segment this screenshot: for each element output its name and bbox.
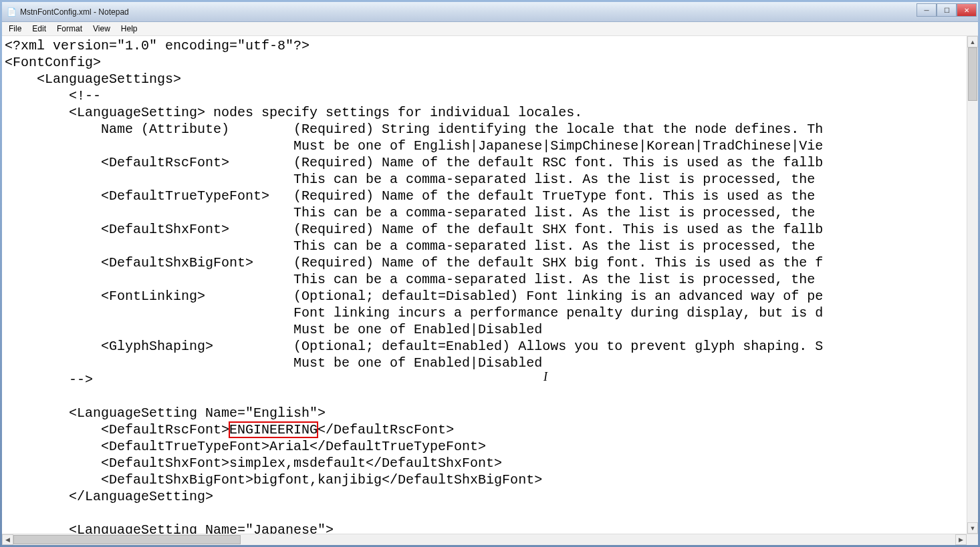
scroll-corner (967, 534, 978, 545)
minimize-button[interactable]: ─ (916, 3, 937, 17)
code-line-part: <DefaultRscFont> (5, 422, 229, 437)
scroll-right-button[interactable]: ▶ (955, 534, 967, 545)
code-line: <FontLinking> (Optional; default=Disable… (5, 289, 823, 304)
code-line: Must be one of Enabled|Disabled (5, 322, 542, 337)
text-editor[interactable]: <?xml version="1.0" encoding="utf-8"?> <… (2, 36, 967, 534)
code-line: </LanguageSetting> (5, 489, 213, 504)
code-line: This can be a comma-separated list. As t… (5, 205, 823, 220)
code-line: <LanguageSetting> nodes specify settings… (5, 105, 582, 120)
notepad-icon: 📄 (6, 7, 17, 17)
close-button[interactable]: ✕ (957, 3, 977, 17)
content-area: <?xml version="1.0" encoding="utf-8"?> <… (2, 36, 978, 534)
code-line: <DefaultShxBigFont>bigfont,kanjibig</Def… (5, 472, 542, 488)
menu-format[interactable]: Format (51, 23, 88, 35)
code-line: <LanguageSettings> (5, 71, 181, 87)
code-line: Must be one of Enabled|Disabled (5, 355, 542, 371)
code-line: <LanguageSetting Name="English"> (5, 405, 326, 421)
menubar: File Edit Format View Help (2, 22, 978, 36)
horizontal-scrollbar[interactable]: ◀ ▶ (2, 534, 978, 545)
maximize-button[interactable]: ☐ (937, 3, 957, 17)
code-line: <GlyphShaping> (Optional; default=Enable… (5, 339, 823, 354)
code-line (5, 506, 69, 521)
code-line: <!-- (5, 88, 101, 104)
code-line: This can be a comma-separated list. As t… (5, 238, 823, 254)
horizontal-scroll-track[interactable] (13, 534, 955, 545)
highlighted-text: ENGINEERING (229, 422, 318, 437)
code-line: <FontConfig> (5, 55, 101, 70)
code-line: <DefaultShxFont> (Required) Name of the … (5, 222, 823, 237)
menu-edit[interactable]: Edit (27, 23, 51, 35)
code-line-part: </DefaultRscFont> (318, 422, 454, 437)
code-line: --> (5, 372, 93, 387)
window-controls: ─ ☐ ✕ (916, 3, 977, 17)
code-line: This can be a comma-separated list. As t… (5, 172, 823, 187)
scroll-down-button[interactable]: ▼ (967, 522, 978, 534)
window-title: MstnFontConfig.xml - Notepad (20, 7, 129, 17)
scroll-up-button[interactable]: ▲ (967, 36, 978, 47)
menu-help[interactable]: Help (116, 23, 143, 35)
text-cursor-icon: I (543, 369, 547, 385)
code-line (5, 389, 69, 404)
vertical-scrollbar[interactable]: ▲ ▼ (967, 36, 978, 534)
scroll-left-button[interactable]: ◀ (2, 534, 13, 545)
menu-view[interactable]: View (88, 23, 116, 35)
titlebar[interactable]: 📄 MstnFontConfig.xml - Notepad ─ ☐ ✕ (2, 2, 978, 22)
code-line: <DefaultShxFont>simplex,msdefault</Defau… (5, 455, 502, 471)
horizontal-scroll-thumb[interactable] (13, 535, 241, 544)
vertical-scroll-thumb[interactable] (968, 47, 977, 101)
code-line: <DefaultTrueTypeFont>Arial</DefaultTrueT… (5, 439, 486, 454)
code-line: Must be one of English|Japanese|SimpChin… (5, 138, 823, 154)
menu-file[interactable]: File (3, 23, 27, 35)
code-line: <LanguageSetting Name="Japanese"> (5, 522, 334, 534)
code-line: This can be a comma-separated list. As t… (5, 272, 823, 287)
code-line: <?xml version="1.0" encoding="utf-8"?> (5, 38, 310, 53)
code-line: Font linking incurs a performance penalt… (5, 305, 823, 321)
app-window: 📄 MstnFontConfig.xml - Notepad ─ ☐ ✕ Fil… (0, 0, 980, 547)
code-line: <DefaultShxBigFont> (Required) Name of t… (5, 255, 823, 270)
code-line: Name (Attribute) (Required) String ident… (5, 122, 823, 137)
code-line: <DefaultRscFont> (Required) Name of the … (5, 155, 823, 170)
code-line: <DefaultTrueTypeFont> (Required) Name of… (5, 188, 823, 204)
